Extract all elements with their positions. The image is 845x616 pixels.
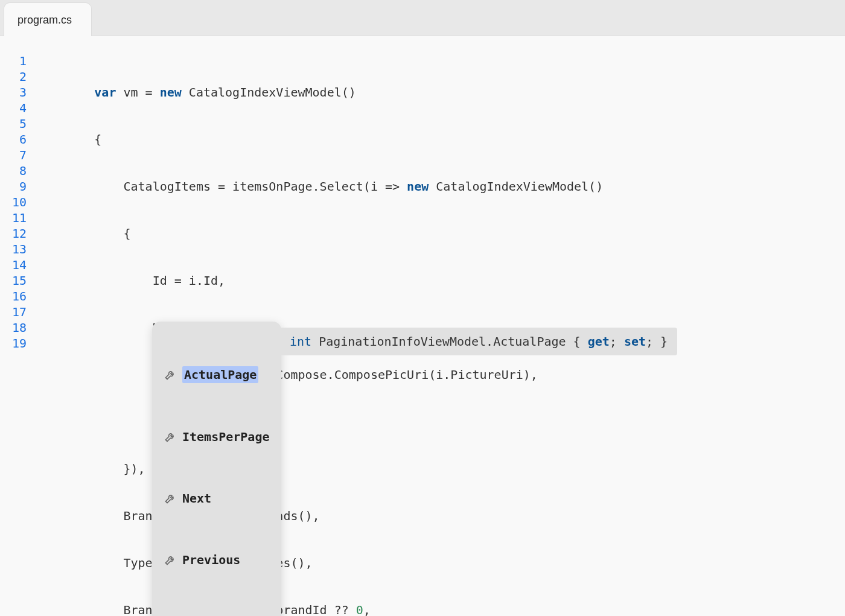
line-number: 10 xyxy=(0,194,27,210)
code-editor[interactable]: 1 2 3 4 5 6 7 8 9 10 11 12 13 14 15 16 1… xyxy=(0,36,845,616)
wrench-icon xyxy=(164,554,176,566)
code-line: { xyxy=(36,226,845,241)
autocomplete-item-label: ActualPage xyxy=(182,366,258,383)
autocomplete-item-actualpage[interactable]: ActualPage xyxy=(156,359,278,390)
code-line: Id = i.Id, xyxy=(36,273,845,288)
line-number: 14 xyxy=(0,257,27,273)
line-number: 18 xyxy=(0,320,27,335)
autocomplete-item-totalpages[interactable]: TotalPages xyxy=(156,606,278,616)
line-gutter: 1 2 3 4 5 6 7 8 9 10 11 12 13 14 15 16 1… xyxy=(0,53,36,616)
wrench-icon xyxy=(164,431,176,443)
line-number: 13 xyxy=(0,241,27,257)
autocomplete-item-previous[interactable]: Previous xyxy=(156,545,278,575)
code-line: var vm = new CatalogIndexViewModel() xyxy=(36,84,845,100)
code-line: { xyxy=(36,132,845,147)
autocomplete-item-itemsperpage[interactable]: ItemsPerPage xyxy=(156,422,278,452)
line-number: 19 xyxy=(0,335,27,351)
line-number: 2 xyxy=(0,69,27,84)
line-number: 11 xyxy=(0,210,27,226)
line-number: 6 xyxy=(0,132,27,147)
line-number: 12 xyxy=(0,226,27,241)
line-number: 5 xyxy=(0,116,27,132)
autocomplete-item-label: ItemsPerPage xyxy=(182,429,270,445)
line-number: 4 xyxy=(0,100,27,116)
autocomplete-item-label: Next xyxy=(182,491,211,506)
line-number: 17 xyxy=(0,304,27,320)
signature-tooltip: int PaginationInfoViewModel.ActualPage {… xyxy=(280,328,677,355)
wrench-icon xyxy=(164,492,176,504)
tab-bar: program.cs xyxy=(0,0,845,36)
autocomplete-item-label: Previous xyxy=(182,552,240,568)
code-area[interactable]: var vm = new CatalogIndexViewModel() { C… xyxy=(36,53,845,616)
line-number: 3 xyxy=(0,84,27,100)
line-number: 7 xyxy=(0,147,27,163)
line-number: 9 xyxy=(0,179,27,194)
line-number: 1 xyxy=(0,53,27,69)
line-number: 8 xyxy=(0,163,27,179)
code-line: CatalogItems = itemsOnPage.Select(i => n… xyxy=(36,179,845,194)
line-number: 15 xyxy=(0,273,27,288)
wrench-icon xyxy=(164,369,176,381)
autocomplete-popup: ActualPage ItemsPerPage Next Previous To… xyxy=(152,322,677,616)
tab-program-cs[interactable]: program.cs xyxy=(4,2,92,36)
line-number: 16 xyxy=(0,288,27,304)
autocomplete-item-next[interactable]: Next xyxy=(156,483,278,513)
autocomplete-item-label: TotalPages xyxy=(182,614,255,616)
autocomplete-list[interactable]: ActualPage ItemsPerPage Next Previous To… xyxy=(152,322,281,616)
